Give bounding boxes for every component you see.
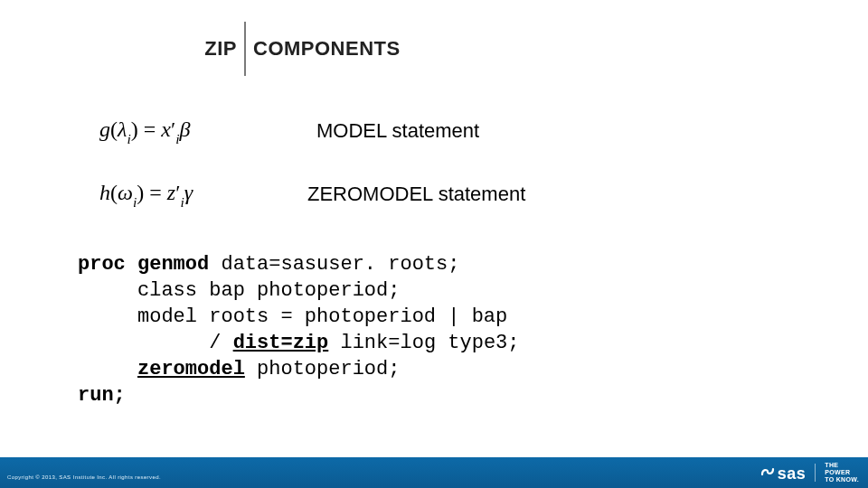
code-kw-run: run; (78, 384, 126, 407)
sas-logo: sas (760, 463, 807, 483)
tag-line-2: POWER (825, 469, 859, 476)
tag-line-3: TO KNOW (825, 476, 859, 483)
label-zeromodel-statement: ZEROMODEL statement (307, 183, 525, 206)
brand-area: sas THE POWER TO KNOW (760, 457, 859, 488)
tag-line-1: THE (825, 462, 859, 469)
code-line5c: photoperiod; (245, 358, 401, 380)
slide-title: ZIP COMPONENTS (0, 22, 868, 76)
copyright-text: Copyright © 2013, SAS Institute Inc. All… (7, 474, 161, 480)
code-kw-dist-zip: dist=zip (233, 332, 329, 354)
brand-divider (815, 464, 816, 482)
equation-h: h(ωi) = z′iγ (99, 181, 253, 209)
sas-logo-text: sas (778, 465, 807, 483)
code-line1-rest: data=sasuser. roots; (209, 253, 459, 276)
code-line4c: link=log type3; (328, 332, 519, 354)
code-line3: model roots = photoperiod | bap (78, 305, 507, 328)
code-line5a (78, 358, 137, 380)
code-kw-zeromodel: zeromodel (137, 358, 245, 380)
equation-row-zeromodel: h(ωi) = z′iγ ZEROMODEL statement (99, 181, 525, 209)
code-line2: class bap photoperiod; (78, 279, 400, 302)
label-model-statement: MODEL statement (316, 119, 479, 143)
footer-bar: Copyright © 2013, SAS Institute Inc. All… (0, 457, 868, 488)
equation-row-model: g(λi) = x′iβ MODEL statement (99, 117, 479, 145)
title-right: COMPONENTS (246, 22, 401, 76)
code-line4a: / (78, 332, 233, 354)
code-block: proc genmod data=sasuser. roots; class b… (78, 251, 814, 408)
brand-tagline: THE POWER TO KNOW (825, 462, 859, 483)
title-left: ZIP (0, 22, 246, 76)
sas-swoosh-icon (760, 464, 776, 480)
equation-g: g(λi) = x′iβ (99, 117, 253, 145)
code-kw-proc-genmod: proc genmod (78, 253, 209, 276)
